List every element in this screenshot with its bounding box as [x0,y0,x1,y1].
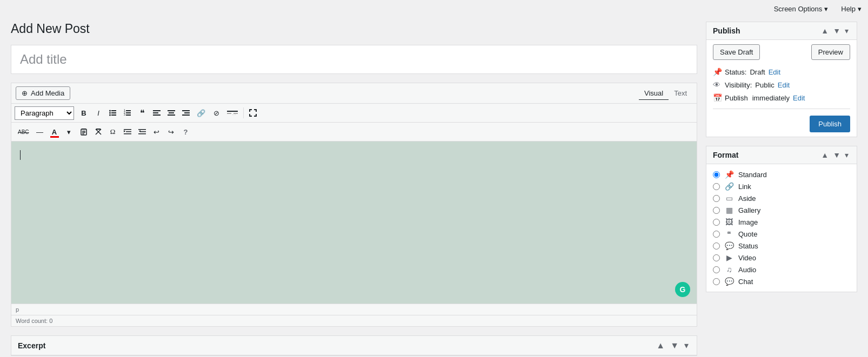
format-radio-gallery[interactable] [713,207,720,214]
preview-button[interactable]: Preview [811,44,850,60]
format-panel-down-button[interactable]: ▼ [831,151,842,159]
visibility-edit-link[interactable]: Edit [778,81,790,89]
publish-panel-body: Save Draft Preview 📌 Status: Draft Edit … [706,40,857,137]
excerpt-header: Excerpt ▲ ▼ ▾ [11,336,697,355]
publish-actions: Save Draft Preview [713,44,850,60]
format-label-audio[interactable]: Audio [738,266,756,274]
redo-button[interactable]: ↪ [164,125,178,139]
format-radio-status[interactable] [713,243,720,250]
paste-text-button[interactable] [77,125,91,139]
indent-button[interactable] [121,125,135,139]
publish-panel-down-button[interactable]: ▼ [831,26,842,35]
excerpt-toggle-button[interactable]: ▾ [683,340,690,351]
svg-rect-29 [82,133,84,134]
blockquote-button[interactable]: ❝ [135,106,149,120]
format-label-link[interactable]: Link [738,183,751,191]
clear-formatting-button[interactable] [91,125,105,139]
excerpt-metabox: Excerpt ▲ ▼ ▾ [11,335,697,356]
svg-rect-30 [96,129,101,130]
svg-point-3 [109,110,111,112]
fullscreen-button[interactable] [246,106,260,120]
visibility-row: 👁 Visibility: Public Edit [713,78,850,91]
editor-container: ⊕ Add Media Visual Text Paragraph Headin… [11,83,697,327]
undo-button[interactable]: ↩ [150,125,164,139]
format-label-chat[interactable]: Chat [738,278,753,286]
svg-rect-8 [126,114,131,116]
format-radio-standard[interactable] [713,171,720,178]
publish-panel-controls: ▲ ▼ ▾ [819,26,850,35]
publish-time-label: Publish [725,94,748,102]
svg-point-5 [109,114,111,116]
publish-panel-up-button[interactable]: ▲ [819,26,830,35]
tab-text[interactable]: Text [669,87,692,100]
editor-cursor [20,150,21,160]
format-radio-chat[interactable] [713,278,720,285]
publish-time-edit-link[interactable]: Edit [793,94,805,102]
format-icon-chat: 💬 [724,277,734,286]
format-icon-audio: ♫ [724,265,734,274]
format-radio-aside[interactable] [713,195,720,202]
tab-visual[interactable]: Visual [639,87,669,100]
italic-button[interactable]: I [91,106,105,120]
svg-rect-27 [82,131,85,132]
format-radio-audio[interactable] [713,266,720,273]
post-title-input[interactable] [11,45,697,74]
publish-panel-toggle-button[interactable]: ▾ [843,26,850,35]
align-left-button[interactable] [150,106,164,120]
format-option-link: 🔗Link [713,180,850,192]
format-label-status[interactable]: Status [738,242,758,250]
save-draft-button[interactable]: Save Draft [713,44,760,60]
editor-statusbar: p [11,304,697,315]
remove-link-button[interactable]: ⊘ [209,106,223,120]
horizontal-rule-button[interactable]: — [33,125,47,139]
screen-options-button[interactable]: Screen Options ▾ [767,0,835,17]
excerpt-collapse-down-button[interactable]: ▼ [669,340,680,351]
strikethrough-button[interactable]: ABC [15,125,32,139]
paragraph-select[interactable]: Paragraph Heading 1 Heading 2 Heading 3 … [15,106,74,120]
add-media-button[interactable]: ⊕ Add Media [16,86,70,100]
format-radio-image[interactable] [713,219,720,226]
editor-toolbar-top: ⊕ Add Media Visual Text [11,83,697,104]
text-color-button[interactable]: A [48,125,62,139]
status-row: 📌 Status: Draft Edit [713,65,850,78]
publish-button[interactable]: Publish [810,116,850,132]
format-label-gallery[interactable]: Gallery [738,206,760,214]
excerpt-collapse-up-button[interactable]: ▲ [655,340,666,351]
format-option-gallery: ▦Gallery [713,204,850,216]
svg-rect-15 [168,110,175,111]
help-button[interactable]: Help ▾ [834,0,868,17]
editor-body[interactable]: G [11,142,697,304]
format-panel-title: Format [713,151,738,159]
format-radio-link[interactable] [713,183,720,190]
tinymce-toolbar-1: Paragraph Heading 1 Heading 2 Heading 3 … [11,104,697,123]
insert-more-button[interactable]: … [224,106,241,120]
insert-link-button[interactable]: 🔗 [193,106,209,120]
unordered-list-button[interactable] [106,106,120,120]
svg-rect-16 [169,112,174,113]
svg-rect-12 [153,110,161,111]
special-char-button[interactable]: Ω [106,125,120,139]
text-color-dropdown[interactable]: ▾ [62,125,76,139]
format-label-aside[interactable]: Aside [738,194,756,203]
align-right-button[interactable] [179,106,193,120]
outdent-button[interactable] [135,125,149,139]
format-panel-up-button[interactable]: ▲ [819,151,830,159]
format-label-quote[interactable]: Quote [738,230,757,238]
format-radio-quote[interactable] [713,231,720,238]
format-panel-toggle-button[interactable]: ▾ [843,151,850,159]
format-radio-video[interactable] [713,254,720,261]
format-panel: Format ▲ ▼ ▾ 📌Standard🔗Link▭Aside▦Galler… [706,146,857,292]
format-label-standard[interactable]: Standard [738,171,767,179]
format-label-video[interactable]: Video [738,254,756,262]
align-center-button[interactable] [164,106,178,120]
svg-rect-22 [227,113,231,114]
format-label-image[interactable]: Image [738,218,758,226]
status-edit-link[interactable]: Edit [769,68,780,76]
svg-rect-19 [184,112,190,113]
format-option-video: ▶Video [713,252,850,264]
publish-panel-header: Publish ▲ ▼ ▾ [706,22,857,40]
help-editor-button[interactable]: ? [179,125,193,139]
ordered-list-button[interactable]: 1 2 3 [121,106,135,120]
bold-button[interactable]: B [77,106,91,120]
svg-rect-14 [153,114,161,116]
